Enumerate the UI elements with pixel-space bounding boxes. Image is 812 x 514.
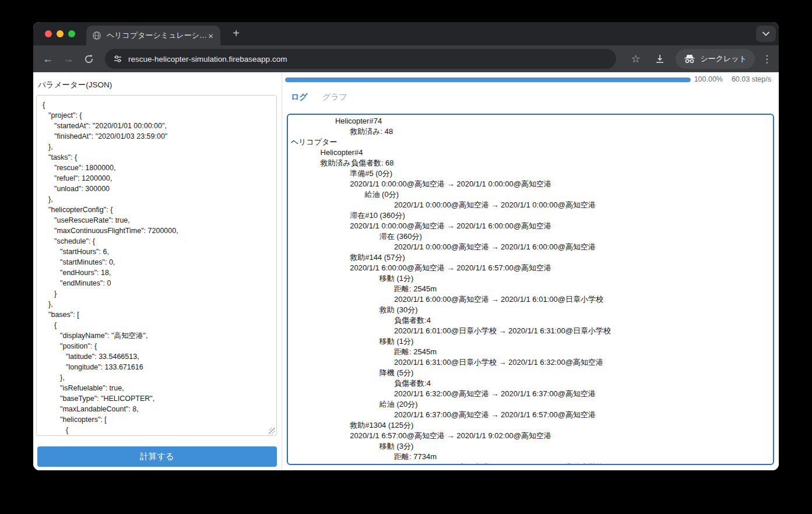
log-line: 移動 (1分) <box>291 336 770 347</box>
log-line: 2020/1/1 6:00:00@高知空港 → 2020/1/1 6:57:00… <box>291 263 770 273</box>
tab-log[interactable]: ログ <box>291 92 308 103</box>
log-line: 2020/1/1 0:00:00@高知空港 → 2020/1/1 6:00:00… <box>291 242 770 252</box>
log-line: 2020/1/1 0:00:00@高知空港 → 2020/1/1 0:00:00… <box>291 179 770 189</box>
browser-toolbar: ← → rescue-helicopter-simulation.firebas… <box>33 45 779 72</box>
progress-bar-fill <box>285 78 691 82</box>
log-line: 2020/1/1 6:32:00@高知空港 → 2020/1/1 6:37:00… <box>291 389 770 399</box>
incognito-icon <box>684 54 695 64</box>
close-tab-icon[interactable]: × <box>207 31 215 40</box>
reload-icon <box>84 54 94 64</box>
browser-window: ヘリコプターシミュレーション × + ← → <box>33 22 779 470</box>
log-line: 2020/1/1 6:37:00@高知空港 → 2020/1/1 6:57:00… <box>291 410 770 420</box>
log-line: 給油 (20分) <box>291 399 770 410</box>
log-line: 移動 (3分) <box>291 441 770 452</box>
log-line: 2020/1/1 0:00:00@高知空港 → 2020/1/1 6:00:00… <box>291 221 770 231</box>
tab-graph[interactable]: グラフ <box>322 92 347 103</box>
kebab-menu-icon: ⋮ <box>762 54 772 65</box>
log-line: 負傷者数:4 <box>291 315 770 326</box>
log-line: 給油 (0分) <box>291 189 770 200</box>
minimize-window-button[interactable] <box>57 30 64 37</box>
new-tab-button[interactable]: + <box>229 27 243 41</box>
progress-percent: 100.00% <box>694 75 723 83</box>
log-line: 2020/1/1 6:57:00@高知空港 → 2020/1/1 7:00:00… <box>291 462 770 465</box>
forward-button[interactable]: → <box>61 51 76 66</box>
url-text: rescue-helicopter-simulation.firebaseapp… <box>128 55 287 64</box>
page-content: パラメーター(JSON) { "project": { "startedAt":… <box>33 72 779 470</box>
log-line: 滞在#10 (360分) <box>291 210 770 221</box>
log-line: 2020/1/1 6:57:00@高知空港 → 2020/1/1 9:02:00… <box>291 431 770 441</box>
window-controls <box>45 30 75 37</box>
close-window-button[interactable] <box>45 30 52 37</box>
log-line: 準備#5 (0分) <box>291 168 770 179</box>
globe-favicon-icon <box>92 31 101 40</box>
incognito-badge: シークレット <box>676 49 755 69</box>
log-line: 距離: 2545m <box>291 284 770 294</box>
resize-grip-icon[interactable] <box>269 428 275 434</box>
site-settings-icon <box>113 54 122 64</box>
parameter-header: パラメーター(JSON) <box>38 80 112 90</box>
parameter-json-textarea[interactable]: { "project": { "startedAt": "2020/01/01 … <box>36 95 277 436</box>
browser-tab[interactable]: ヘリコプターシミュレーション × <box>86 26 220 45</box>
log-line: Helicopter#4 <box>291 147 770 158</box>
log-line: 2020/1/1 0:00:00@高知空港 → 2020/1/1 0:00:00… <box>291 200 770 210</box>
back-button[interactable]: ← <box>40 51 55 66</box>
log-line: Helicopter#74 <box>291 116 770 126</box>
address-bar[interactable]: rescue-helicopter-simulation.firebaseapp… <box>105 49 616 69</box>
log-line: 救助済み負傷者数: 68 <box>291 158 770 168</box>
browser-menu-button[interactable]: ⋮ <box>762 53 772 65</box>
incognito-label: シークレット <box>700 54 747 64</box>
back-arrow-icon: ← <box>43 53 53 65</box>
progress-rate: 60.03 step/s <box>732 75 771 83</box>
log-line: 2020/1/1 6:01:00@日章小学校 → 2020/1/1 6:31:0… <box>291 326 770 336</box>
tab-title: ヘリコプターシミュレーション <box>107 30 207 41</box>
parameter-panel: パラメーター(JSON) { "project": { "startedAt":… <box>33 72 282 470</box>
log-line: 救助 (30分) <box>291 305 770 315</box>
download-icon <box>655 54 665 64</box>
log-line: 距離: 7734m <box>291 452 770 462</box>
tab-strip: ヘリコプターシミュレーション × + <box>33 22 779 45</box>
log-line: 移動 (1分) <box>291 273 770 284</box>
log-line: 2020/1/1 6:00:00@高知空港 → 2020/1/1 6:01:00… <box>291 294 770 305</box>
reload-button[interactable] <box>81 51 96 66</box>
downloads-button[interactable] <box>652 51 667 66</box>
log-line: 降機 (5分) <box>291 368 770 378</box>
progress-bar <box>285 78 691 82</box>
result-panel: 100.00% 60.03 step/s ログ グラフ Helicopter#7… <box>282 72 779 470</box>
log-line: 滞在 (360分) <box>291 231 770 242</box>
chevron-down-icon <box>762 31 770 36</box>
log-output[interactable]: Helicopter#74救助済み: 48ヘリコプターHelicopter#4救… <box>287 114 774 465</box>
bookmark-button[interactable]: ☆ <box>628 51 643 66</box>
tab-search-button[interactable] <box>756 26 776 42</box>
log-line: 救助#144 (57分) <box>291 252 770 263</box>
fullscreen-window-button[interactable] <box>68 30 75 37</box>
log-line: 2020/1/1 6:31:00@日章小学校 → 2020/1/1 6:32:0… <box>291 357 770 368</box>
log-line: 距離: 2545m <box>291 347 770 357</box>
log-line: ヘリコプター <box>291 137 770 147</box>
star-icon: ☆ <box>631 52 640 65</box>
log-line: 救助#1304 (125分) <box>291 420 770 431</box>
calculate-button[interactable]: 計算する <box>37 446 277 467</box>
log-line: 負傷者数:4 <box>291 378 770 389</box>
log-line: 救助済み: 48 <box>291 126 770 137</box>
forward-arrow-icon: → <box>63 53 73 65</box>
